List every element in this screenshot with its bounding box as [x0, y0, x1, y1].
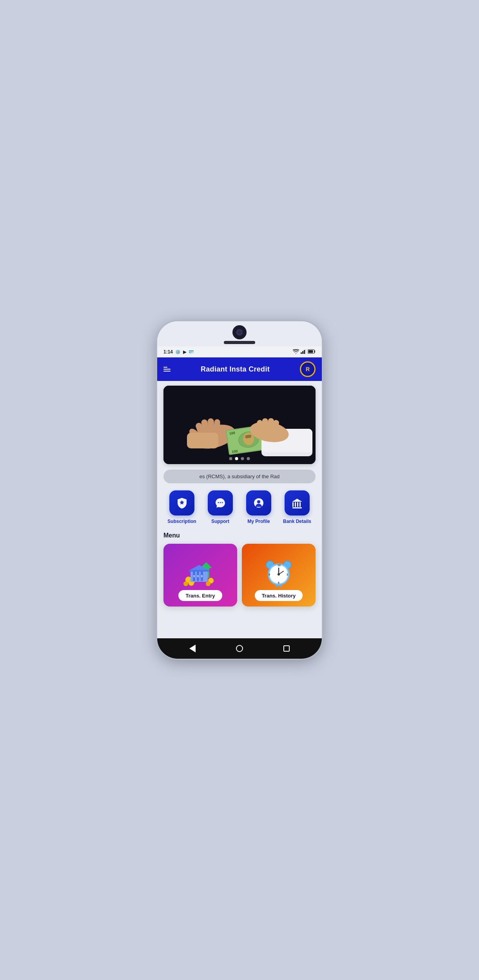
- svg-text:100: 100: [232, 449, 238, 454]
- subscription-label: Subscription: [167, 519, 196, 524]
- status-left: 1:14 ⚙️ ▶ 🪪: [163, 349, 194, 355]
- svg-rect-52: [189, 570, 209, 572]
- my-profile-label: My Profile: [247, 519, 270, 524]
- action-support[interactable]: Support: [202, 490, 239, 524]
- camera: [232, 325, 247, 339]
- menu-section: Menu: [163, 532, 316, 607]
- svg-text:$: $: [197, 575, 199, 578]
- bank-details-label: Bank Details: [283, 519, 311, 524]
- svg-rect-69: [279, 585, 282, 587]
- svg-rect-39: [299, 502, 301, 507]
- phone-frame: 1:14 ⚙️ ▶ 🪪: [157, 321, 322, 659]
- alarm-clock-illustration: 12 3 6 9: [263, 556, 294, 588]
- svg-point-45: [206, 581, 210, 586]
- hamburger-menu-button[interactable]: [163, 367, 171, 372]
- overview-button[interactable]: [281, 643, 292, 654]
- svg-rect-37: [295, 502, 296, 507]
- main-content: 100 100 100 100: [157, 381, 322, 638]
- carousel-dots: [229, 457, 250, 460]
- dot-1[interactable]: [229, 457, 232, 460]
- subscription-icon-box: [169, 490, 194, 516]
- my-profile-icon-box: [246, 490, 271, 516]
- menu-grid: $ $ $ Trans. Entry: [163, 544, 316, 607]
- svg-text:9: 9: [269, 573, 270, 576]
- shield-star-icon: [176, 497, 188, 509]
- overview-icon: [283, 645, 290, 652]
- trans-history-label-wrap: Trans. History: [255, 590, 303, 601]
- banner-carousel[interactable]: 100 100 100 100: [163, 386, 316, 464]
- status-time: 1:14: [163, 349, 173, 355]
- action-subscription[interactable]: Subscription: [163, 490, 200, 524]
- svg-rect-2: [304, 350, 305, 354]
- trans-history-content: 12 3 6 9: [242, 544, 316, 607]
- app-title: Radiant Insta Credit: [201, 365, 270, 373]
- svg-text:$: $: [193, 575, 195, 578]
- settings-icon: ⚙️: [175, 350, 181, 355]
- card-icon: 🪪: [189, 350, 194, 355]
- menu-line-3: [163, 371, 171, 372]
- status-bar: 1:14 ⚙️ ▶ 🪪: [157, 346, 322, 357]
- speaker: [224, 341, 255, 344]
- trans-history-card[interactable]: 12 3 6 9: [242, 544, 316, 607]
- svg-rect-0: [301, 352, 302, 354]
- dot-2[interactable]: [235, 457, 238, 460]
- svg-point-32: [222, 502, 223, 503]
- svg-rect-1: [302, 351, 303, 354]
- subtitle-banner: es (RCMS), a subsidiary of the Rad: [163, 470, 316, 483]
- svg-rect-38: [297, 502, 298, 507]
- chat-bubble-icon: [214, 497, 227, 509]
- home-icon: [236, 645, 243, 652]
- banner-image: 100 100 100 100: [163, 386, 316, 464]
- svg-rect-36: [292, 502, 294, 507]
- battery-icon: [308, 349, 316, 355]
- dot-4[interactable]: [247, 457, 250, 460]
- status-right: [293, 349, 316, 355]
- trans-entry-content: $ $ $ Trans. Entry: [163, 544, 237, 607]
- svg-rect-35: [292, 507, 302, 508]
- svg-text:3: 3: [287, 573, 288, 576]
- bank-building-illustration: $ $ $: [183, 556, 218, 588]
- svg-text:12: 12: [278, 564, 281, 567]
- svg-rect-3: [305, 349, 306, 354]
- logo-letter: R: [301, 362, 314, 376]
- support-label: Support: [211, 519, 229, 524]
- trans-entry-card[interactable]: $ $ $ Trans. Entry: [163, 544, 237, 607]
- support-icon-box: [208, 490, 233, 516]
- svg-text:6: 6: [278, 581, 279, 584]
- menu-line-2: [163, 369, 171, 370]
- svg-text:$: $: [201, 575, 203, 578]
- camera-lens: [236, 329, 243, 335]
- bank-columns-icon: [291, 497, 303, 509]
- phone-top: [157, 321, 322, 346]
- action-my-profile[interactable]: My Profile: [240, 490, 277, 524]
- svg-point-34: [257, 500, 260, 503]
- menu-section-title: Menu: [163, 532, 316, 539]
- person-circle-icon: [252, 497, 265, 509]
- svg-point-67: [278, 573, 280, 576]
- home-button[interactable]: [234, 643, 245, 654]
- app-header: Radiant Insta Credit R: [157, 357, 322, 381]
- quick-actions: Subscription Support: [163, 490, 316, 524]
- svg-text:100: 100: [229, 431, 235, 435]
- back-button[interactable]: [187, 643, 198, 654]
- wifi-icon: [293, 349, 299, 355]
- trans-history-label: Trans. History: [262, 593, 296, 599]
- bottom-nav: [157, 638, 322, 659]
- svg-rect-5: [308, 350, 313, 353]
- app-logo: R: [300, 361, 316, 377]
- bank-details-icon-box: [285, 490, 310, 516]
- back-icon: [189, 645, 196, 652]
- svg-point-30: [218, 502, 219, 503]
- trans-entry-label: Trans. Entry: [185, 593, 215, 599]
- action-bank-details[interactable]: Bank Details: [279, 490, 316, 524]
- svg-point-42: [183, 581, 188, 586]
- play-icon: ▶: [183, 350, 186, 355]
- trans-entry-label-wrap: Trans. Entry: [178, 590, 222, 601]
- dot-3[interactable]: [241, 457, 244, 460]
- menu-line-1: [163, 367, 167, 368]
- svg-rect-13: [187, 433, 218, 448]
- svg-rect-68: [276, 585, 278, 587]
- signal-icon: [301, 349, 306, 355]
- svg-point-31: [220, 502, 221, 503]
